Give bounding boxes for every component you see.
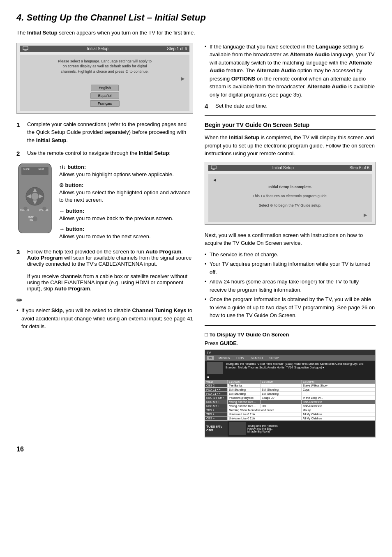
tvguide-top-bar: TV <box>205 350 375 355</box>
ch-cell-6: NBC 5/6 + <box>205 404 228 408</box>
prog-2-2: Still Standing <box>261 388 302 391</box>
step6-header-label: Initial Setup <box>272 166 294 170</box>
forward-button-text: Allows you to move to the next screen. <box>59 233 151 239</box>
ch-row-1: CBS 2 Tye Banks Steve Wilkos Show <box>205 384 375 388</box>
lang-btn-english[interactable]: English <box>91 85 119 91</box>
ch-8-programs: Univision Live 0 11A All My Children <box>228 412 375 416</box>
steps-list: 1 Complete your cable connections (refer… <box>16 120 193 159</box>
ncis-thumb <box>229 422 246 435</box>
main-content: Initial Setup Step 1 of 6 Please select … <box>16 43 376 437</box>
prog-5-3: Tele-Universite <box>302 400 375 404</box>
svg-point-12 <box>31 193 39 200</box>
alternate-audio-item: If the language that you have selected i… <box>205 43 376 99</box>
timecell-1100: 11:00AM <box>228 380 261 384</box>
step6-line3: Select ⊙ to begin the TV Guide setup. <box>259 203 321 208</box>
screen-header-label: Initial Setup <box>87 46 108 51</box>
page-container: 4. Setting Up the Channel List – Initial… <box>16 12 376 453</box>
step-3: 3 Follow the help text provided on the s… <box>16 249 193 292</box>
step-3-content: Follow the help text provided on the scr… <box>27 249 193 292</box>
conf-bullet-1: The service is free of charge. <box>205 251 376 259</box>
step6-step-label: Step 6 of 6 <box>350 166 369 170</box>
prog-2-3: Cops <box>302 388 375 391</box>
step6-line1: Initial Setup is complete. <box>268 184 312 190</box>
tvguide-timebar: WED 11:00AM 11:30AM 12:00PM <box>205 380 375 384</box>
screen-step-label: Step 1 of 6 <box>167 46 187 51</box>
step6-screen: Initial Setup Step 6 of 6 ◀ Initial Setu… <box>205 162 376 225</box>
prog-4-3: In the Loop W... <box>302 396 375 400</box>
step6-screen-header: Initial Setup Step 6 of 6 <box>208 165 372 171</box>
confirmation-bullets: The service is free of charge. Your TV a… <box>205 251 376 320</box>
tvguide-info-bar: Young and the Restless "Victor Fires Mic… <box>205 361 375 380</box>
back-button-label: ← button: <box>59 208 84 214</box>
remote-section: GUIDE INPUT <box>16 163 193 244</box>
back-button-desc: ← button: Allows you to move back to the… <box>59 207 193 222</box>
tab-tv[interactable]: TV <box>207 356 214 360</box>
screen-header: Initial Setup Step 1 of 6 <box>20 46 189 52</box>
svg-point-19 <box>32 216 37 221</box>
step6-line2: This TV features an electronic program g… <box>253 193 327 199</box>
screen-body: Please select a language. Language setti… <box>20 55 189 111</box>
section-divider <box>205 115 376 116</box>
prog-5-2 <box>261 400 302 404</box>
ch-row-ncis: TUES 8/7c CBS Young and the Restless Hap… <box>205 421 375 437</box>
ch-row-3: FOX 11 ▪ + Still Standing Still Standing <box>205 392 375 396</box>
alternate-audio-bullets: If the language that you have selected i… <box>205 43 376 99</box>
right-column: If the language that you have selected i… <box>205 43 376 437</box>
step-1-number: 1 <box>16 120 23 145</box>
step-4-content: Set the date and time. <box>215 103 376 110</box>
select-button-label: ⊙ button: <box>59 182 83 188</box>
prog-5-1: Young and the Res... <box>228 400 261 404</box>
prog-7-1: Morning Show Men Mike and Juliet <box>228 408 302 412</box>
ch-cell-1: CBS 2 <box>205 384 228 387</box>
step-4-number: 4 <box>205 103 211 110</box>
ch-9-programs: Univision Live 0 11A All My Children <box>228 417 375 420</box>
ch-4-programs: Passions (Hollyooo Soaps U? In the Loop … <box>228 396 375 400</box>
step-2-content: Use the remote control to navigate throu… <box>27 149 193 159</box>
tab-search[interactable]: SEARCH <box>249 356 264 360</box>
ch-cell-3: FOX 11 ▪ + <box>205 392 228 396</box>
tv-guide-intro: When the Initial Setup is completed, the… <box>205 133 376 158</box>
intro-text: The Initial Setup screen appears when yo… <box>16 29 376 37</box>
lang-btn-francais[interactable]: Français <box>90 100 120 107</box>
step6-screen-body: ◀ Initial Setup is complete. This TV fea… <box>208 174 372 222</box>
prog-7-2: Maury <box>302 408 376 412</box>
tab-hdtv[interactable]: HDTV <box>235 356 246 360</box>
ncis-program-info: Young and the Restless Happy and the Big… <box>228 421 375 436</box>
prog-1-2 <box>261 384 302 387</box>
tab-movies[interactable]: MOVIES <box>217 356 231 360</box>
step-1: 1 Complete your cable connections (refer… <box>16 120 193 145</box>
page-number: 16 <box>16 446 376 453</box>
up-down-button-text: Allows you to highlight options where ap… <box>59 171 174 177</box>
step-4: 4 Set the date and time. <box>205 103 376 110</box>
timecell-day: WED <box>205 380 228 384</box>
prog-2-1: Still Standing <box>228 388 261 391</box>
button-descriptions: ↑/↓ button: Allows you to highlight opti… <box>59 163 193 244</box>
ch-row-5: NBC 5/6 + Young and the Res... Tele-Univ… <box>205 400 375 404</box>
info-bar-text: Young and the Restless "Victor Fires Mic… <box>226 362 374 369</box>
remote-image: GUIDE INPUT <box>16 163 53 244</box>
left-column: Initial Setup Step 1 of 6 Please select … <box>16 43 193 437</box>
prog-9-2: All My Children <box>302 417 376 420</box>
ch-cell-9: CBS + <box>205 417 228 420</box>
ch-cell-4: NBC 4/5 Off + <box>205 396 228 400</box>
prog-4-1: Passions (Hollyooo <box>228 396 261 400</box>
ch-cell-8: TBS + <box>205 412 228 416</box>
lang-btn-espanol[interactable]: Español <box>90 92 120 99</box>
remote-svg: GUIDE INPUT <box>16 163 53 233</box>
step-3-number: 3 <box>16 249 23 292</box>
initial-setup-screen: Initial Setup Step 1 of 6 Please select … <box>16 43 193 114</box>
ch-row-4: NBC 4/5 Off + Passions (Hollyooo Soaps U… <box>205 396 375 400</box>
tvguide-logo: TV <box>207 351 211 354</box>
select-button-text: Allows you to select the highlighted opt… <box>59 189 190 203</box>
press-guide-text: Press GUIDE. <box>205 340 376 346</box>
prog-3-2: Still Standing <box>261 392 302 396</box>
prog-6-3: Tele-Universite <box>302 404 375 408</box>
step-2-number: 2 <box>16 149 23 159</box>
display-guide-heading: □ To Display TV Guide On Screen <box>205 331 376 338</box>
ncis-prog-2: Happy and the Big... <box>247 427 278 430</box>
step6-tv-icon <box>211 166 217 170</box>
svg-text:GUIDE: GUIDE <box>23 168 30 170</box>
timecell-1130: 11:30AM <box>261 380 302 384</box>
tab-setup[interactable]: SETUP <box>267 356 280 360</box>
confirmation-text: Next, you will see a confirmation screen… <box>205 231 376 247</box>
